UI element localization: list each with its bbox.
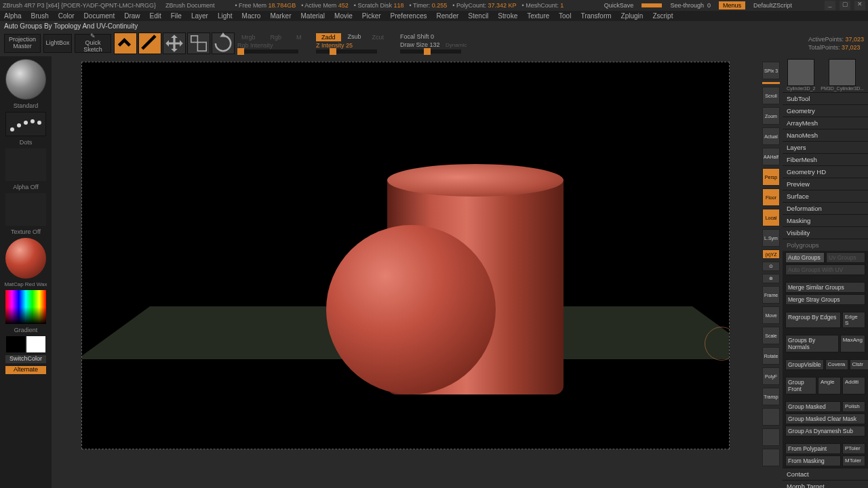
menu-item[interactable]: Edit bbox=[150, 12, 161, 20]
palette-masking[interactable]: Masking bbox=[783, 214, 868, 226]
z-intensity-slider[interactable] bbox=[316, 49, 377, 54]
palette-preview[interactable]: Preview bbox=[783, 178, 868, 190]
menu-item[interactable]: Zscript bbox=[652, 12, 673, 20]
menu-item[interactable]: Alpha bbox=[4, 12, 22, 20]
move-mode-button[interactable] bbox=[163, 33, 186, 54]
merge-stray-button[interactable]: Merge Stray Groups bbox=[785, 294, 865, 305]
lightbox-button[interactable]: LightBox bbox=[43, 34, 72, 53]
close-button[interactable]: ✕ bbox=[854, 1, 865, 10]
menu-item[interactable]: Document bbox=[84, 12, 115, 20]
polyf-button[interactable]: PolyF bbox=[762, 367, 780, 385]
from-masking-button[interactable]: From Masking bbox=[785, 455, 841, 466]
menus-toggle[interactable]: Menus bbox=[719, 1, 745, 9]
rgb-intensity-slider[interactable] bbox=[237, 49, 298, 54]
move-button[interactable]: Move bbox=[762, 306, 780, 324]
transp-button[interactable]: Transp bbox=[762, 388, 780, 405]
local-button[interactable]: Local bbox=[762, 209, 780, 226]
palette-polygroups[interactable]: Polygroups bbox=[783, 239, 868, 251]
draw-mode-button[interactable] bbox=[138, 33, 161, 54]
palette-nanomesh[interactable]: NanoMesh bbox=[783, 129, 868, 141]
polish-button[interactable]: Polish bbox=[842, 401, 865, 412]
menu-item[interactable]: Stroke bbox=[498, 12, 517, 20]
seethrough-button[interactable]: See-through 0 bbox=[666, 2, 715, 9]
menu-item[interactable]: Tool bbox=[559, 12, 571, 20]
aahalf-button[interactable]: AAHalf bbox=[762, 148, 780, 165]
menu-item[interactable]: Movie bbox=[334, 12, 353, 20]
additive-button[interactable]: Additi bbox=[842, 377, 865, 394]
menu-item[interactable]: Render bbox=[437, 12, 459, 20]
regroup-by-edges-button[interactable]: Regroup By Edges bbox=[785, 312, 841, 328]
scale-mode-button[interactable] bbox=[187, 33, 210, 54]
menu-item[interactable]: Macro bbox=[242, 12, 261, 20]
rotate-mode-button[interactable] bbox=[212, 33, 235, 54]
ptoler-button[interactable]: PToler bbox=[842, 443, 865, 454]
edge-s-button[interactable]: Edge S bbox=[842, 312, 865, 328]
menu-item[interactable]: Marker bbox=[270, 12, 291, 20]
dynsub-button[interactable] bbox=[762, 428, 780, 446]
mesh-sphere[interactable] bbox=[326, 225, 496, 394]
palette-subtool[interactable]: SubTool bbox=[783, 92, 868, 104]
mrgb-toggle[interactable]: Mrgb bbox=[237, 33, 260, 41]
material-preview[interactable] bbox=[5, 238, 46, 279]
angle-button[interactable]: Angle bbox=[818, 377, 841, 394]
menu-item[interactable]: Texture bbox=[527, 12, 549, 20]
group-masked-clear-button[interactable]: Group Masked Clear Mask bbox=[785, 413, 865, 424]
actual-button[interactable]: Actual bbox=[762, 127, 780, 145]
menu-item[interactable]: Brush bbox=[31, 12, 49, 20]
zadd-toggle[interactable]: Zadd bbox=[316, 33, 341, 41]
palette-geometry-hd[interactable]: Geometry HD bbox=[783, 165, 868, 178]
dynamic-toggle[interactable]: Dynamic bbox=[441, 41, 471, 49]
scroll-button[interactable]: Scroll bbox=[762, 87, 780, 104]
max-angle-button[interactable]: MaxAng bbox=[840, 335, 865, 352]
floor-button[interactable]: Floor bbox=[762, 188, 780, 206]
from-polypaint-button[interactable]: From Polypaint bbox=[785, 443, 841, 454]
menu-item[interactable]: Material bbox=[301, 12, 326, 20]
m-toggle[interactable]: M bbox=[292, 33, 306, 41]
palette-layers[interactable]: Layers bbox=[783, 141, 868, 153]
palette-geometry[interactable]: Geometry bbox=[783, 104, 868, 117]
zoom-button[interactable]: Zoom bbox=[762, 107, 780, 125]
gradient-label[interactable]: Gradient bbox=[14, 327, 38, 333]
mtoler-button[interactable]: MToler bbox=[842, 455, 865, 466]
texture-slot[interactable] bbox=[5, 193, 46, 226]
rotate-button[interactable]: Rotate bbox=[762, 347, 780, 365]
group-front-button[interactable]: Group Front bbox=[785, 377, 816, 394]
menu-item[interactable]: Preferences bbox=[391, 12, 427, 20]
draw-size-slider[interactable] bbox=[400, 49, 461, 54]
palette-morph-target[interactable]: Morph Target bbox=[783, 480, 868, 488]
palette-surface[interactable]: Surface bbox=[783, 190, 868, 202]
uv-groups-button[interactable]: Uv Groups bbox=[826, 252, 865, 263]
stroke-preview[interactable] bbox=[5, 112, 46, 136]
auto-groups-button[interactable]: Auto Groups bbox=[785, 252, 825, 263]
palette-arraymesh[interactable]: ArrayMesh bbox=[783, 117, 868, 129]
menu-item[interactable]: Stencil bbox=[468, 12, 488, 20]
zcut-toggle[interactable]: Zcut bbox=[368, 33, 389, 41]
brush-preview[interactable] bbox=[5, 59, 46, 100]
menu-item[interactable]: Color bbox=[58, 12, 75, 20]
menu-item[interactable]: Zplugin bbox=[621, 12, 644, 20]
zsub-toggle[interactable]: Zsub bbox=[348, 33, 361, 41]
scale-button[interactable]: Scale bbox=[762, 327, 780, 344]
tool-thumbnail-a[interactable] bbox=[787, 59, 814, 86]
group-as-dynamesh-button[interactable]: Group As Dynamesh Sub bbox=[785, 426, 865, 436]
palette-contact[interactable]: Contact bbox=[783, 468, 868, 480]
canvas[interactable] bbox=[81, 62, 730, 449]
minimize-button[interactable]: _ bbox=[825, 1, 835, 10]
solo-button[interactable] bbox=[762, 408, 780, 426]
secondary-color-swatch[interactable] bbox=[26, 336, 45, 352]
menu-item[interactable]: File bbox=[171, 12, 182, 20]
alternate-button[interactable]: Alternate bbox=[5, 366, 46, 374]
xyz-button[interactable]: (x)YZ bbox=[762, 249, 780, 259]
quicksave-button[interactable]: QuickSave bbox=[600, 2, 638, 9]
auto-groups-uv-button[interactable]: Auto Groups With UV bbox=[785, 264, 865, 275]
maximize-button[interactable]: ▢ bbox=[840, 1, 850, 10]
quick-sketch-button[interactable]: ✎Quick Sketch bbox=[75, 34, 111, 53]
persp-button[interactable]: Persp bbox=[762, 168, 780, 186]
group-visible-button[interactable]: GroupVisible bbox=[785, 359, 824, 370]
default-zscript[interactable]: DefaultZScript bbox=[749, 2, 796, 9]
coverage-button[interactable]: Covera bbox=[825, 359, 848, 370]
main-color-swatch[interactable] bbox=[6, 336, 25, 352]
rgb-toggle[interactable]: Rgb bbox=[267, 33, 286, 41]
group-masked-button[interactable]: Group Masked bbox=[785, 401, 841, 412]
menu-item[interactable]: Light bbox=[218, 12, 233, 20]
